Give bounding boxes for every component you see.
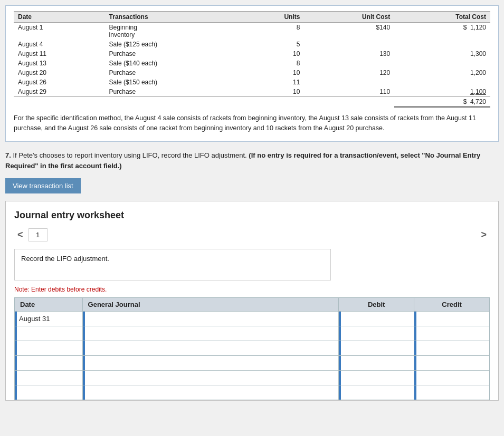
- debit-input[interactable]: [339, 326, 414, 341]
- cell-total-cost: [394, 59, 490, 68]
- journal-cell[interactable]: [82, 341, 339, 356]
- debit-input[interactable]: [339, 371, 414, 385]
- cell-date: August 20: [14, 68, 105, 77]
- debit-cell[interactable]: [339, 326, 414, 341]
- cell-transaction: Purchase: [105, 68, 245, 77]
- table-row: [15, 326, 490, 341]
- th-debit: Debit: [339, 298, 414, 312]
- journal-cell[interactable]: [82, 312, 339, 326]
- cell-total-cost: [394, 77, 490, 87]
- credit-input[interactable]: [414, 341, 489, 355]
- debit-cell[interactable]: [339, 312, 414, 326]
- th-general-journal: General Journal: [82, 298, 339, 312]
- debit-credit-note: Note: Enter debits before credits.: [14, 286, 490, 293]
- pagination: < 1 >: [14, 228, 490, 241]
- date-value: August 31: [15, 312, 82, 326]
- journal-cell[interactable]: [82, 356, 339, 371]
- cell-date: [14, 97, 105, 108]
- journal-entry-worksheet: Journal entry worksheet < 1 > Record the…: [5, 201, 499, 401]
- date-cell: [15, 356, 83, 371]
- cell-units: 11: [244, 77, 304, 87]
- journal-cell[interactable]: [82, 385, 339, 400]
- cell-units: 10: [244, 68, 304, 77]
- debit-input[interactable]: [339, 341, 414, 355]
- cell-unit-cost: [304, 97, 394, 108]
- table-row: August 26 Sale ($150 each) 11: [14, 77, 490, 87]
- credit-cell[interactable]: [414, 326, 490, 341]
- cell-units: 10: [244, 87, 304, 97]
- question-text: If Pete's chooses to report inventory us…: [13, 151, 246, 159]
- credit-cell[interactable]: [414, 371, 490, 385]
- cell-units: 8: [244, 23, 304, 40]
- credit-cell[interactable]: [414, 312, 490, 326]
- debit-cell[interactable]: [339, 385, 414, 400]
- col-date: Date: [14, 12, 105, 23]
- credit-cell[interactable]: [414, 385, 490, 400]
- cell-date: August 13: [14, 59, 105, 68]
- cell-total-cost: $ 1,120: [394, 23, 490, 40]
- journal-table: Date General Journal Debit Credit August…: [14, 297, 490, 400]
- cell-unit-cost: [304, 59, 394, 68]
- cell-transaction: [105, 97, 245, 108]
- credit-cell[interactable]: [414, 341, 490, 356]
- date-cell: August 31: [15, 312, 83, 326]
- credit-input[interactable]: [414, 371, 489, 385]
- col-units: Units: [244, 12, 304, 23]
- credit-input[interactable]: [414, 356, 489, 370]
- debit-cell[interactable]: [339, 341, 414, 356]
- journal-input[interactable]: [83, 356, 339, 370]
- cell-transaction: Sale ($125 each): [105, 40, 245, 49]
- debit-input[interactable]: [339, 312, 414, 326]
- credit-input[interactable]: [414, 385, 489, 400]
- table-row: August 20 Purchase 10 120 1,200: [14, 68, 490, 77]
- prev-page-button[interactable]: <: [14, 228, 26, 241]
- col-transactions: Transactions: [105, 12, 245, 23]
- table-row: [15, 371, 490, 385]
- cell-date: August 4: [14, 40, 105, 49]
- credit-input[interactable]: [414, 326, 489, 341]
- page-wrapper: Date Transactions Units Unit Cost Total …: [0, 0, 504, 406]
- cell-unit-cost: 120: [304, 68, 394, 77]
- journal-cell[interactable]: [82, 371, 339, 385]
- debit-cell[interactable]: [339, 371, 414, 385]
- debit-input[interactable]: [339, 356, 414, 370]
- view-transaction-list-button[interactable]: View transaction list: [5, 178, 81, 193]
- journal-input[interactable]: [83, 385, 339, 400]
- cell-total-cost: 1,300: [394, 49, 490, 59]
- top-section: Date Transactions Units Unit Cost Total …: [5, 5, 499, 142]
- cell-total-cost: 1,100: [394, 87, 490, 97]
- table-row: August 13 Sale ($140 each) 8: [14, 59, 490, 68]
- current-page: 1: [28, 228, 47, 241]
- journal-input[interactable]: [83, 341, 339, 355]
- cell-transaction: Beginninginventory: [105, 23, 245, 40]
- next-page-button[interactable]: >: [478, 228, 490, 241]
- table-row: August 11 Purchase 10 130 1,300: [14, 49, 490, 59]
- cell-total-cost: [394, 40, 490, 49]
- journal-cell[interactable]: [82, 326, 339, 341]
- cell-transaction: Purchase: [105, 87, 245, 97]
- date-cell: [15, 385, 83, 400]
- th-date: Date: [15, 298, 83, 312]
- debit-cell[interactable]: [339, 356, 414, 371]
- journal-input[interactable]: [83, 312, 339, 326]
- table-row-total: $ 4,720: [14, 97, 490, 108]
- th-credit: Credit: [414, 298, 490, 312]
- debit-input[interactable]: [339, 385, 414, 400]
- description-box: Record the LIFO adjustment.: [14, 249, 331, 280]
- journal-input[interactable]: [83, 371, 339, 385]
- credit-input[interactable]: [414, 312, 489, 326]
- credit-cell[interactable]: [414, 356, 490, 371]
- table-row: August 1 Beginninginventory 8 $140 $ 1,1…: [14, 23, 490, 40]
- cell-transaction: Purchase: [105, 49, 245, 59]
- journal-input[interactable]: [83, 326, 339, 341]
- cell-date: August 1: [14, 23, 105, 40]
- cell-date: August 26: [14, 77, 105, 87]
- table-row: [15, 341, 490, 356]
- cell-total-cost: 1,200: [394, 68, 490, 77]
- cell-unit-cost: 110: [304, 87, 394, 97]
- cell-total-cost: $ 4,720: [394, 97, 490, 108]
- cell-unit-cost: [304, 40, 394, 49]
- cell-units: 10: [244, 49, 304, 59]
- cell-unit-cost: [304, 77, 394, 87]
- date-cell: [15, 326, 83, 341]
